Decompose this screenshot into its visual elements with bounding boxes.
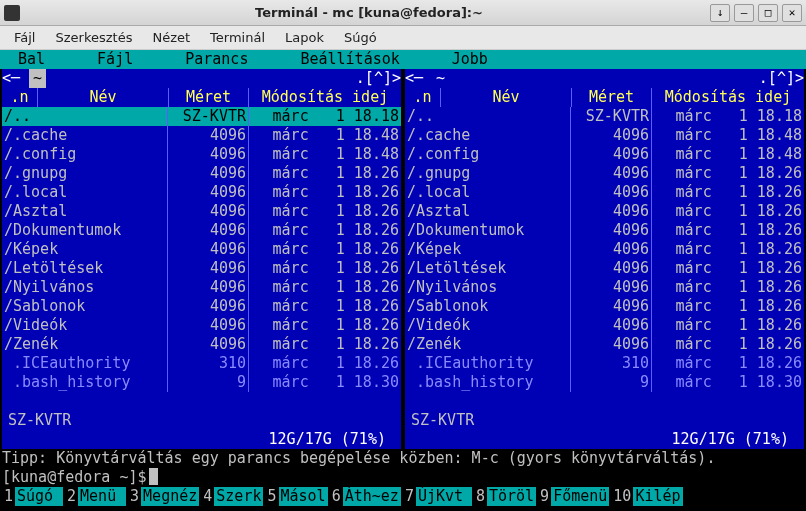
gtk-menu-file[interactable]: Fájl [4, 27, 45, 48]
right-panel-path[interactable]: ~ [432, 69, 449, 88]
file-size: 310 [571, 354, 651, 373]
col-n[interactable]: .n [2, 88, 38, 107]
file-name: /Képek [405, 240, 570, 259]
shell-prompt[interactable]: [kuna@fedora ~]$ [0, 468, 806, 487]
file-row[interactable]: /Asztal4096 márc 1 18.26 [2, 202, 401, 221]
gtk-menu-edit[interactable]: Szerkesztés [45, 27, 142, 48]
fkey-label: Főmenü [551, 487, 609, 506]
file-row[interactable]: /Képek4096 márc 1 18.26 [405, 240, 804, 259]
fkey-4[interactable]: 4Szerk [199, 487, 263, 506]
col-name[interactable]: Név [38, 88, 169, 107]
fkey-7[interactable]: 7ÚjKvt [401, 487, 472, 506]
left-panel-scroll-right[interactable]: .[^]> [356, 69, 401, 88]
file-row[interactable]: /Zenék4096 márc 1 18.26 [2, 335, 401, 354]
file-row[interactable]: /Videók4096 márc 1 18.26 [405, 316, 804, 335]
file-size: 4096 [571, 297, 651, 316]
right-panel-scroll-right[interactable]: .[^]> [759, 69, 804, 88]
window-close-button[interactable]: ✕ [782, 4, 802, 22]
file-row[interactable]: /Dokumentumok4096 márc 1 18.26 [2, 221, 401, 240]
fkey-label: Másol [279, 487, 328, 506]
file-row[interactable]: /Letöltések4096 márc 1 18.26 [2, 259, 401, 278]
file-size: 4096 [571, 259, 651, 278]
file-row[interactable]: /Dokumentumok4096 márc 1 18.26 [405, 221, 804, 240]
file-name: /.config [2, 145, 167, 164]
file-name: /.cache [2, 126, 167, 145]
file-row[interactable]: /Zenék4096 márc 1 18.26 [405, 335, 804, 354]
file-row[interactable]: /Videók4096 márc 1 18.26 [2, 316, 401, 335]
fkey-3[interactable]: 3Megnéz [126, 487, 199, 506]
right-panel-scroll-left[interactable]: <─ [405, 69, 432, 88]
file-row[interactable]: /Nyilvános4096 márc 1 18.26 [405, 278, 804, 297]
fkey-8[interactable]: 8Töröl [472, 487, 536, 506]
file-name: /.. [2, 107, 167, 126]
file-row[interactable]: /Sablonok4096 márc 1 18.26 [2, 297, 401, 316]
left-panel-scroll-left[interactable]: <─ [2, 69, 29, 88]
file-date: márc 1 18.26 [652, 183, 804, 202]
col-size[interactable]: Méret [572, 88, 652, 107]
window-pin-button[interactable]: ↓ [710, 4, 730, 22]
gtk-menu-view[interactable]: Nézet [142, 27, 200, 48]
file-row[interactable]: /.gnupg4096 márc 1 18.26 [2, 164, 401, 183]
file-row[interactable]: /..SZ-KVTR márc 1 18.18 [2, 107, 401, 126]
gtk-menu-terminal[interactable]: Terminál [200, 27, 275, 48]
mc-menu-file[interactable]: Fájl [85, 50, 145, 69]
file-row[interactable]: /..SZ-KVTR márc 1 18.18 [405, 107, 804, 126]
file-name: /Nyilvános [405, 278, 570, 297]
window-maximize-button[interactable]: □ [758, 4, 778, 22]
mc-menu-command[interactable]: Parancs [173, 50, 260, 69]
file-row[interactable]: .bash_history9 márc 1 18.30 [405, 373, 804, 392]
col-name[interactable]: Név [441, 88, 572, 107]
fkey-2[interactable]: 2Menü [63, 487, 126, 506]
file-size: 4096 [168, 126, 248, 145]
file-row[interactable]: /.cache4096 márc 1 18.48 [405, 126, 804, 145]
col-n[interactable]: .n [405, 88, 441, 107]
file-row[interactable]: /.config4096 márc 1 18.48 [405, 145, 804, 164]
mc-menu-left[interactable]: Bal [6, 50, 57, 69]
file-row[interactable]: .ICEauthority310 márc 1 18.26 [2, 354, 401, 373]
left-panel-body[interactable]: /..SZ-KVTR márc 1 18.18/.cache4096 márc … [2, 107, 401, 392]
file-row[interactable]: /.config4096 márc 1 18.48 [2, 145, 401, 164]
file-row[interactable]: /.local4096 márc 1 18.26 [405, 183, 804, 202]
col-date[interactable]: Módosítás idej [652, 88, 804, 107]
right-panel-title: <─ ~ .[^]> [405, 69, 804, 88]
file-row[interactable]: .ICEauthority310 márc 1 18.26 [405, 354, 804, 373]
fkey-9[interactable]: 9Főmenü [536, 487, 609, 506]
right-panel-body[interactable]: /..SZ-KVTR márc 1 18.18/.cache4096 márc … [405, 107, 804, 392]
fkey-10[interactable]: 10Kilép [609, 487, 682, 506]
file-name: /Asztal [2, 202, 167, 221]
file-name: /Sablonok [2, 297, 167, 316]
file-name: .bash_history [2, 373, 167, 392]
file-row[interactable]: /Sablonok4096 márc 1 18.26 [405, 297, 804, 316]
mc-menu-right[interactable]: Jobb [440, 50, 500, 69]
file-row[interactable]: /Asztal4096 márc 1 18.26 [405, 202, 804, 221]
file-size: 4096 [168, 297, 248, 316]
file-name: /Asztal [405, 202, 570, 221]
window-minimize-button[interactable]: – [734, 4, 754, 22]
file-row[interactable]: /.gnupg4096 márc 1 18.26 [405, 164, 804, 183]
file-row[interactable]: /.local4096 márc 1 18.26 [2, 183, 401, 202]
file-name: /.gnupg [2, 164, 167, 183]
file-date: márc 1 18.48 [652, 126, 804, 145]
file-size: 4096 [571, 278, 651, 297]
file-name: .bash_history [405, 373, 570, 392]
file-size: 4096 [571, 164, 651, 183]
fkey-label: ÚjKvt [416, 487, 472, 506]
col-date[interactable]: Módosítás idej [249, 88, 401, 107]
gtk-menu-help[interactable]: Súgó [334, 27, 387, 48]
file-date: márc 1 18.26 [652, 221, 804, 240]
fkey-5[interactable]: 5Másol [263, 487, 327, 506]
file-row[interactable]: /Nyilvános4096 márc 1 18.26 [2, 278, 401, 297]
col-size[interactable]: Méret [169, 88, 249, 107]
file-row[interactable]: /Képek4096 márc 1 18.26 [2, 240, 401, 259]
file-date: márc 1 18.18 [249, 107, 401, 126]
gtk-menu-tabs[interactable]: Lapok [275, 27, 334, 48]
fkey-6[interactable]: 6Áth~ez [328, 487, 401, 506]
file-date: márc 1 18.26 [652, 335, 804, 354]
file-row[interactable]: .bash_history9 márc 1 18.30 [2, 373, 401, 392]
file-row[interactable]: /.cache4096 márc 1 18.48 [2, 126, 401, 145]
file-name: /Dokumentumok [2, 221, 167, 240]
fkey-1[interactable]: 1Súgó [0, 487, 63, 506]
mc-menu-options[interactable]: Beállítások [288, 50, 411, 69]
file-row[interactable]: /Letöltések4096 márc 1 18.26 [405, 259, 804, 278]
left-panel-path[interactable]: ~ [29, 69, 46, 88]
